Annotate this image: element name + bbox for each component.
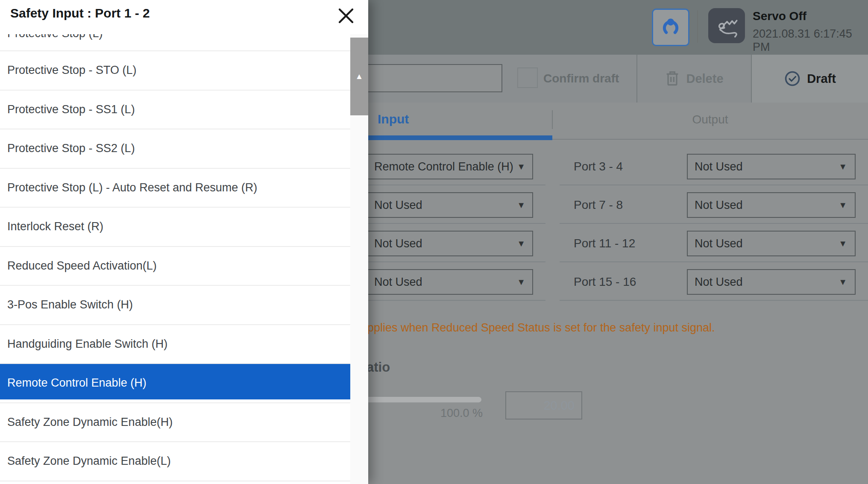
- port-label: Port 11 - 12: [574, 231, 635, 256]
- list-item[interactable]: Protective Stop - STO (L): [0, 51, 350, 91]
- draft-label: Draft: [807, 72, 836, 86]
- chevron-down-icon: ▼: [517, 239, 525, 249]
- scroll-up-arrow-icon: ▲: [355, 72, 364, 81]
- status-timestamp: 2021.08.31 6:17:45 PM: [753, 27, 868, 54]
- name-input[interactable]: [359, 64, 502, 92]
- list-item-selected[interactable]: Remote Control Enable (H): [0, 364, 350, 403]
- list-item[interactable]: Safety Zone Dynamic Enable(H): [0, 403, 350, 443]
- port-label: Port 7 - 8: [574, 192, 623, 218]
- port-3-4-select[interactable]: Not Used ▼: [687, 154, 856, 179]
- port-11-12-select[interactable]: Not Used ▼: [687, 231, 856, 256]
- chevron-down-icon: ▼: [517, 277, 525, 287]
- port-1-2-select[interactable]: Remote Control Enable (H) ▼: [359, 154, 533, 179]
- port-13-14-select[interactable]: Not Used ▼: [359, 269, 533, 295]
- list-item[interactable]: Protective Stop - SS1 (L): [0, 91, 350, 130]
- confirm-draft-label: Confirm draft: [543, 55, 619, 103]
- list-item[interactable]: Handguiding Enable Switch (H): [0, 325, 350, 364]
- servo-status-text: Servo Off: [753, 9, 806, 23]
- scrollbar[interactable]: ▲: [350, 34, 368, 484]
- hand-guiding-icon: [713, 13, 740, 38]
- delete-label: Delete: [686, 72, 723, 86]
- port-5-6-select[interactable]: Not Used ▼: [359, 192, 533, 218]
- io-row: Not Used ▼ Port 7 - 8 Not Used ▼: [359, 192, 868, 218]
- trash-icon: [665, 70, 680, 87]
- reduced-speed-notice: pplies when Reduced Speed Status is set …: [367, 321, 715, 334]
- list-item[interactable]: Protective Stop (L) - Auto Reset and Res…: [0, 169, 350, 208]
- list-item[interactable]: Interlock Reset (R): [0, 208, 350, 247]
- io-row: Remote Control Enable (H) ▼ Port 3 - 4 N…: [359, 154, 868, 179]
- screen: Servo Off 2021.08.31 6:17:45 PM Confirm …: [0, 0, 868, 484]
- safety-signal-list: Protective Stop (L) Protective Stop - ST…: [0, 34, 350, 484]
- port-15-16-select[interactable]: Not Used ▼: [687, 269, 856, 295]
- gripper-button[interactable]: [652, 9, 689, 46]
- reduced-speed-ratio-heading: atio: [367, 360, 390, 375]
- chevron-down-icon: ▼: [839, 162, 847, 172]
- close-icon[interactable]: [335, 5, 357, 27]
- io-row: Not Used ▼ Port 15 - 16 Not Used ▼: [359, 269, 868, 295]
- active-tab-underline: [361, 135, 552, 140]
- speed-ratio-input[interactable]: 20.00: [505, 391, 582, 419]
- gripper-icon: [660, 16, 682, 38]
- list-item[interactable]: Safety Zone Dynamic Enable(L): [0, 442, 350, 481]
- confirm-draft-checkbox[interactable]: [517, 67, 538, 88]
- chevron-down-icon: ▼: [517, 200, 525, 210]
- speed-ratio-slider[interactable]: [361, 397, 481, 402]
- chevron-down-icon: ▼: [839, 277, 847, 287]
- modal-title: Safety Input : Port 1 - 2: [10, 6, 150, 21]
- port-7-8-select[interactable]: Not Used ▼: [687, 192, 856, 218]
- io-row: Not Used ▼ Port 11 - 12 Not Used ▼: [359, 231, 868, 256]
- list-item[interactable]: Reduced Speed Activation(L): [0, 247, 350, 286]
- chevron-down-icon: ▼: [839, 239, 847, 249]
- chevron-down-icon: ▼: [517, 162, 525, 172]
- scrollbar-thumb[interactable]: ▲: [350, 38, 368, 115]
- tabs-baseline: [552, 139, 868, 140]
- servo-status-chip[interactable]: [708, 8, 745, 43]
- draft-button[interactable]: Draft: [752, 55, 868, 103]
- chevron-down-icon: ▼: [839, 200, 847, 210]
- safety-input-modal: Safety Input : Port 1 - 2 Protective Sto…: [0, 0, 368, 484]
- list-item-clipped[interactable]: Protective Stop (L): [0, 34, 350, 51]
- tab-output[interactable]: Output: [552, 113, 868, 126]
- list-item[interactable]: 3-Pos Enable Switch (H): [0, 286, 350, 325]
- tab-input[interactable]: Input: [378, 112, 409, 126]
- list-item[interactable]: Protective Stop - SS2 (L): [0, 129, 350, 169]
- header-divider: [697, 10, 698, 43]
- port-label: Port 15 - 16: [574, 269, 636, 295]
- port-label: Port 3 - 4: [574, 154, 623, 179]
- slider-max-label: 100.0 %: [404, 407, 483, 420]
- circle-check-icon: [784, 70, 801, 87]
- port-9-10-select[interactable]: Not Used ▼: [359, 231, 533, 256]
- delete-button[interactable]: Delete: [637, 55, 751, 103]
